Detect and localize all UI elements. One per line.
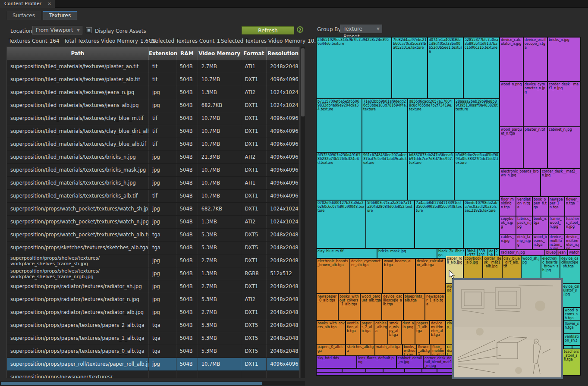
table-row[interactable]: superposition/tiled_materials/textures/p… bbox=[7, 60, 299, 73]
treemap-cell[interactable]: books_with_covers_alb.tga bbox=[316, 320, 346, 344]
display-core-assets-checkbox[interactable] bbox=[86, 27, 92, 33]
table-row[interactable]: superposition/props/radiator/textures/ra… bbox=[7, 306, 299, 319]
treemap-cell[interactable]: ventilation_alb.tga bbox=[346, 320, 360, 344]
scrollbar-thumb[interactable] bbox=[1, 382, 262, 385]
location-dropdown[interactable]: From Viewport ▼ bbox=[32, 26, 82, 35]
treemap-cell[interactable]: newspaper_1_alb.tga bbox=[425, 294, 446, 320]
treemap-cell[interactable]: clay_blue_m.tif bbox=[316, 248, 377, 258]
treemap-cell[interactable] bbox=[405, 368, 422, 372]
treemap-cell[interactable]: newspaper_1_n.tga bbox=[548, 197, 565, 216]
treemap-cell[interactable]: bluepri bbox=[545, 250, 557, 256]
treemap-cell[interactable]: device_calculator_n.jpg bbox=[500, 37, 523, 82]
treemap-cell[interactable]: device_cymometer_alb.tga bbox=[350, 258, 383, 294]
table-row[interactable]: superposition/tiled_materials/textures/j… bbox=[7, 86, 299, 99]
treemap-cell[interactable]: device_oscilloscope_alb.tga bbox=[382, 294, 403, 320]
treemap-cell[interactable]: corder_desk__mat2_n.jpg bbox=[541, 169, 581, 197]
treemap-cell[interactable]: cabinet_detail_m.jpg bbox=[396, 355, 423, 368]
treemap-cell[interactable]: electronic_boards_brown_n.jpg bbox=[500, 169, 541, 197]
table-vertical-scrollbar[interactable] bbox=[301, 47, 305, 378]
table-row[interactable]: superposition/props/watch_pocket/texture… bbox=[7, 203, 299, 216]
table-row[interactable]: superposition/tiled_materials/textures/c… bbox=[7, 112, 299, 125]
treemap-cell[interactable]: teachers_stool_n.jpg bbox=[565, 216, 581, 234]
treemap-cell[interactable]: wood_parquet_n.tga bbox=[500, 127, 523, 169]
treemap-cell[interactable]: plaster_n.tif bbox=[523, 127, 547, 169]
treemap-cell[interactable]: 52855377bfc7a0ea3a895b41d91d7bac1600c31b… bbox=[463, 37, 500, 99]
table-row[interactable]: superposition/tiled_materials/textures/p… bbox=[7, 73, 299, 86]
table-row[interactable]: superposition/tiled_materials/textures/c… bbox=[7, 125, 299, 138]
column-header-ram[interactable]: RAM bbox=[176, 47, 198, 60]
table-row[interactable]: superposition/props/papers/textures/pape… bbox=[7, 332, 299, 345]
table-row[interactable]: superposition/props/papers/textures/pape… bbox=[7, 345, 299, 358]
table-row[interactable]: superposition/props/newspaper/textures/ bbox=[7, 371, 299, 378]
treemap-cell[interactable]: 0702d9d400127b23a0da26260c6c074d9f590048… bbox=[316, 200, 366, 248]
table-row[interactable]: superposition/props/sketches/textures/sk… bbox=[7, 242, 299, 254]
treemap-cell[interactable]: flower_n.tga bbox=[565, 197, 581, 216]
treemap-cell[interactable] bbox=[366, 368, 383, 372]
treemap-cell[interactable]: device_multimeter_alb.tga bbox=[430, 320, 446, 344]
treemap-cell[interactable]: d074fe1a402836b1d8d405cf33be00b52d0b5ee1… bbox=[428, 37, 463, 99]
treemap-cell[interactable]: device_oscilloscope_sh.tga bbox=[560, 256, 581, 284]
treemap-cell[interactable]: device_multimeter_n.jpg bbox=[565, 234, 581, 250]
treemap-cell[interactable]: copybook_n.jpg bbox=[500, 216, 516, 234]
table-row[interactable]: superposition/props/papers/textures/pape… bbox=[7, 319, 299, 332]
treemap-cell[interactable]: flower_sh.tga bbox=[563, 321, 581, 334]
treemap-cell[interactable]: d856d6cacc2657a170048c8c7655de7b2f73419e… bbox=[408, 99, 454, 152]
tab-surfaces[interactable]: Surfaces bbox=[6, 11, 41, 20]
treemap-cell[interactable]: corder_desk__mat1_n.jpg bbox=[547, 82, 581, 127]
table-row[interactable]: superposition/tiled_materials/textures/b… bbox=[7, 190, 299, 203]
treemap-cell[interactable]: papers_2_alb.tga bbox=[360, 320, 374, 344]
treemap-cell[interactable]: device_calculator_alb.tga bbox=[415, 258, 446, 294]
column-header-path[interactable]: ▼Path bbox=[7, 47, 149, 60]
table-row[interactable]: superposition/props/shelves/textures/wor… bbox=[7, 254, 299, 267]
treemap-cell[interactable] bbox=[572, 345, 581, 349]
treemap-cell[interactable] bbox=[563, 345, 572, 349]
treemap-cell[interactable]: 6f57230907b250d4916586232b73b5263c324e4d… bbox=[316, 152, 362, 200]
treemap-cell[interactable]: bricks_n.jpg bbox=[547, 37, 581, 82]
treemap-cell[interactable]: 0bede10798db2aba7ec03adf20a35fcae12192b.… bbox=[463, 200, 500, 248]
treemap-cell[interactable]: books_without_covers_1_alb.tga bbox=[338, 294, 360, 320]
close-icon[interactable]: × bbox=[47, 1, 51, 6]
treemap-cell[interactable]: device_calculator_sh.jpg bbox=[560, 284, 581, 308]
treemap-cell[interactable]: b6837073db247b36eea6b91ddc7ce7d8d73ec957… bbox=[408, 152, 454, 200]
treemap-cell[interactable]: frame_wood_n.jpg bbox=[548, 216, 565, 234]
treemap-cell[interactable]: 7fe82d4aa97ebc21b60ca70cd5ce38fba052c01e… bbox=[392, 37, 428, 99]
treemap-cell[interactable]: smoke_wispy_alb.tga bbox=[388, 320, 401, 344]
treemap-cell[interactable]: floor_molding_n.tga bbox=[500, 197, 516, 216]
treemap-cell[interactable] bbox=[342, 368, 366, 372]
scrollbar-thumb[interactable] bbox=[301, 48, 305, 116]
table-row[interactable]: superposition/props/radiator/textures/ra… bbox=[7, 293, 299, 306]
help-icon[interactable]: ? bbox=[297, 26, 303, 33]
treemap-cell[interactable]: electronic_boards_brown_alb.tga bbox=[316, 258, 350, 294]
column-header-video-memory[interactable]: Video Memory bbox=[198, 47, 242, 60]
treemap-cell[interactable]: wood_beams_n.tga bbox=[532, 234, 548, 250]
treemap-cell[interactable]: newspaper_0_alb.tga bbox=[316, 294, 338, 320]
treemap-cell[interactable]: ventilation_n.tga bbox=[516, 197, 532, 216]
treemap-cell[interactable]: b7115700ef6e5e5f65069832db4a99e9204c9a34… bbox=[316, 99, 362, 152]
treemap-cell[interactable]: wood_beams_alb.tga bbox=[383, 258, 415, 294]
treemap-cell[interactable]: desk_lamp_n.jpg bbox=[516, 234, 532, 250]
treemap-cell[interactable]: book_n.tga bbox=[532, 216, 548, 234]
column-header-extension[interactable]: Extension bbox=[149, 47, 176, 60]
treemap-cell[interactable] bbox=[316, 372, 453, 376]
treemap-cell[interactable]: 28aaaa2beb19b98e8b89f395130aaff0a483828f… bbox=[454, 99, 500, 152]
treemap-cell[interactable]: radiator_n.jpg bbox=[500, 250, 545, 256]
treemap-cell[interactable]: dust_alb.png bbox=[401, 320, 415, 344]
table-row[interactable]: superposition/tiled_materials/textures/j… bbox=[7, 99, 299, 112]
treemap-cell[interactable]: cables_alb.tga bbox=[374, 320, 388, 344]
treemap-cell[interactable] bbox=[437, 368, 453, 372]
refresh-button[interactable]: Refresh bbox=[242, 26, 294, 35]
treemap-cell[interactable]: sky_hdri.dds bbox=[316, 355, 357, 368]
treemap-cell[interactable]: corner_desk_detail_blend_mat1_m.jpg bbox=[423, 355, 453, 368]
treemap-cell[interactable]: ventilation_sh.t bbox=[563, 334, 581, 345]
treemap-cell[interactable]: bricks_mask.jpg bbox=[377, 248, 437, 258]
treemap-cell[interactable]: device_cymometer_n.jpg bbox=[523, 82, 547, 127]
table-row[interactable]: superposition/props/radiator/textures/ra… bbox=[7, 280, 299, 293]
treemap-cell[interactable]: 71e02bb69b01af9dedd26c58bbe183d781694f4a… bbox=[362, 99, 408, 152]
treemap-cell[interactable] bbox=[316, 368, 342, 372]
treemap-cell[interactable] bbox=[422, 368, 437, 372]
treemap-cell[interactable]: wood_beams_sh.tga bbox=[563, 308, 581, 321]
treemap-cell[interactable]: lens_flares_default.png bbox=[357, 355, 396, 368]
treemap-cell[interactable]: 7a4aab84f2744113391ed3560e99f2bd056c94f8… bbox=[415, 200, 463, 248]
table-row[interactable]: superposition/props/watch_pocket/texture… bbox=[7, 216, 299, 229]
treemap-cell[interactable]: device_multifunction_n.jpg bbox=[548, 234, 565, 250]
